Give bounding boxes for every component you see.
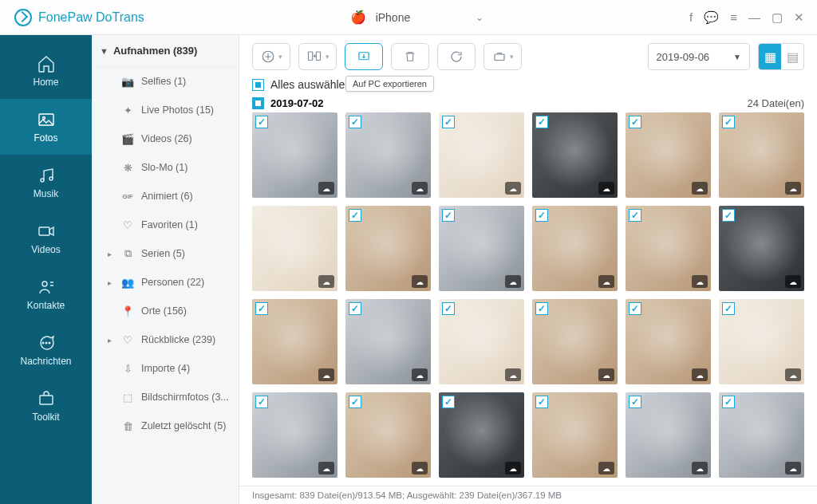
category-item[interactable]: 🗑Zuletzt gelöscht (5) xyxy=(92,411,239,440)
thumb-checkbox[interactable] xyxy=(722,209,735,222)
minimize-icon[interactable]: — xyxy=(748,10,760,24)
category-item[interactable]: ♡Favoriten (1) xyxy=(92,211,239,239)
nav-messages[interactable]: Nachrichten xyxy=(0,322,92,378)
photo-thumbnail[interactable]: ☁ xyxy=(719,392,804,478)
thumb-checkbox[interactable] xyxy=(629,302,641,315)
thumb-checkbox[interactable] xyxy=(349,116,361,128)
menu-icon[interactable]: ≡ xyxy=(730,10,737,24)
photo-thumbnail[interactable]: ☁ xyxy=(345,206,431,291)
close-icon[interactable]: ✕ xyxy=(794,10,804,25)
photo-thumbnail[interactable]: ☁ xyxy=(532,299,618,384)
cloud-icon: ☁ xyxy=(412,368,428,381)
category-item[interactable]: ▸♡Rückblicke (239) xyxy=(92,325,239,354)
photo-thumbnail[interactable]: ☁ xyxy=(252,206,337,291)
photo-thumbnail[interactable]: ☁ xyxy=(626,112,711,198)
svg-point-5 xyxy=(42,282,47,286)
photo-thumbnail[interactable]: ☁ xyxy=(345,392,431,478)
nav-contacts[interactable]: Kontakte xyxy=(0,266,92,322)
photo-thumbnail[interactable]: ☁ xyxy=(719,112,804,198)
category-item[interactable]: 📷Selfies (1) xyxy=(92,67,239,96)
photo-thumbnail[interactable]: ☁ xyxy=(532,112,618,198)
thumb-checkbox[interactable] xyxy=(442,209,455,222)
category-item[interactable]: ⬚Bildschirmfotos (3... xyxy=(92,383,239,411)
nav-label: Home xyxy=(33,77,58,88)
photo-thumbnail[interactable]: ☁ xyxy=(532,392,618,478)
live-icon: ✦ xyxy=(120,103,135,117)
nav-home[interactable]: Home xyxy=(0,43,92,99)
photo-thumbnail[interactable]: ☁ xyxy=(626,299,711,384)
category-item[interactable]: 🎬Videos (26) xyxy=(92,124,239,153)
category-item[interactable]: ▸👥Personen (22) xyxy=(92,268,239,297)
thumb-checkbox[interactable] xyxy=(629,116,641,128)
photo-thumbnail[interactable]: ☁ xyxy=(626,392,711,478)
category-item[interactable]: ⇩Importe (4) xyxy=(92,354,239,383)
toolbar: ▾ ▾ Auf PC exportieren ▾ 2019-09-06 ▼ ▦ … xyxy=(239,35,817,75)
nav-toolkit[interactable]: Toolkit xyxy=(0,378,92,434)
add-button[interactable]: ▾ xyxy=(252,43,290,70)
thumb-checkbox[interactable] xyxy=(722,116,735,128)
category-item[interactable]: ❋Slo-Mo (1) xyxy=(92,153,239,182)
list-view-icon[interactable]: ▤ xyxy=(781,44,803,69)
photo-thumbnail[interactable]: ☁ xyxy=(252,299,337,384)
thumb-checkbox[interactable] xyxy=(349,396,361,408)
export-button[interactable]: Auf PC exportieren xyxy=(345,43,383,70)
thumb-checkbox[interactable] xyxy=(535,396,548,408)
nav-videos[interactable]: Videos xyxy=(0,211,92,266)
svg-rect-12 xyxy=(316,52,320,61)
svg-rect-4 xyxy=(39,227,49,235)
photo-thumbnail[interactable]: ☁ xyxy=(345,112,431,198)
share-icon[interactable]: f xyxy=(689,10,693,24)
photo-thumbnail[interactable]: ☁ xyxy=(532,206,618,291)
thumb-checkbox[interactable] xyxy=(349,302,361,315)
select-all-checkbox[interactable] xyxy=(252,79,264,91)
device-selector[interactable]: 🍎 iPhone ⌄ xyxy=(334,6,500,28)
slomo-icon: ❋ xyxy=(120,160,135,175)
category-item[interactable]: ▸⧉Serien (5) xyxy=(92,239,239,268)
thumb-checkbox[interactable] xyxy=(255,396,268,408)
thumb-checkbox[interactable] xyxy=(442,302,455,315)
nav-photos[interactable]: Fotos xyxy=(0,99,92,155)
photo-thumbnail[interactable]: ☁ xyxy=(439,299,524,384)
category-item[interactable]: 📍Orte (156) xyxy=(92,297,239,325)
thumb-checkbox[interactable] xyxy=(349,209,361,222)
thumb-checkbox[interactable] xyxy=(722,302,735,315)
photo-thumbnail[interactable]: ☁ xyxy=(252,112,337,198)
thumb-checkbox[interactable] xyxy=(535,116,548,128)
date-group-header[interactable]: 2019-07-02 24 Datei(en) xyxy=(239,93,817,112)
group-checkbox[interactable] xyxy=(252,97,264,109)
thumb-checkbox[interactable] xyxy=(255,302,268,315)
feedback-icon[interactable]: 💬 xyxy=(704,10,719,25)
category-header[interactable]: ▼ Aufnahmen (839) xyxy=(92,35,239,67)
photo-thumbnail[interactable]: ☁ xyxy=(719,206,804,291)
thumb-checkbox[interactable] xyxy=(255,116,268,128)
photo-thumbnail[interactable]: ☁ xyxy=(439,392,524,478)
transfer-button[interactable]: ▾ xyxy=(298,43,337,70)
sidebar: Home Fotos Musik Videos Kontakte Nachric… xyxy=(0,35,92,504)
thumb-checkbox[interactable] xyxy=(629,396,641,408)
grid-view-icon[interactable]: ▦ xyxy=(759,44,781,69)
photo-thumbnail[interactable]: ☁ xyxy=(439,206,524,291)
device-name: iPhone xyxy=(376,11,411,24)
photo-thumbnail[interactable]: ☁ xyxy=(345,299,431,384)
thumb-checkbox[interactable] xyxy=(535,302,548,315)
toolbox-button[interactable]: ▾ xyxy=(483,43,522,70)
thumb-checkbox[interactable] xyxy=(442,396,455,408)
nav-music[interactable]: Musik xyxy=(0,155,92,211)
photo-thumbnail[interactable]: ☁ xyxy=(719,299,804,384)
thumb-checkbox[interactable] xyxy=(629,209,641,222)
photo-thumbnail[interactable]: ☁ xyxy=(626,206,711,291)
date-value: 2019-09-06 xyxy=(657,51,710,63)
date-filter[interactable]: 2019-09-06 ▼ xyxy=(648,43,750,70)
thumb-checkbox[interactable] xyxy=(722,396,735,408)
refresh-button[interactable] xyxy=(437,43,476,70)
photo-thumbnail[interactable]: ☁ xyxy=(439,112,524,198)
maximize-icon[interactable]: ▢ xyxy=(772,10,783,25)
nav-label: Videos xyxy=(31,244,60,255)
category-item[interactable]: GIFAnimiert (6) xyxy=(92,182,239,211)
thumb-checkbox[interactable] xyxy=(442,116,455,128)
thumb-checkbox[interactable] xyxy=(535,209,548,222)
delete-button[interactable] xyxy=(391,43,429,70)
select-all-row[interactable]: Alles auswählen (839) xyxy=(239,75,817,93)
category-item[interactable]: ✦Live Photos (15) xyxy=(92,96,239,124)
photo-thumbnail[interactable]: ☁ xyxy=(252,392,337,478)
